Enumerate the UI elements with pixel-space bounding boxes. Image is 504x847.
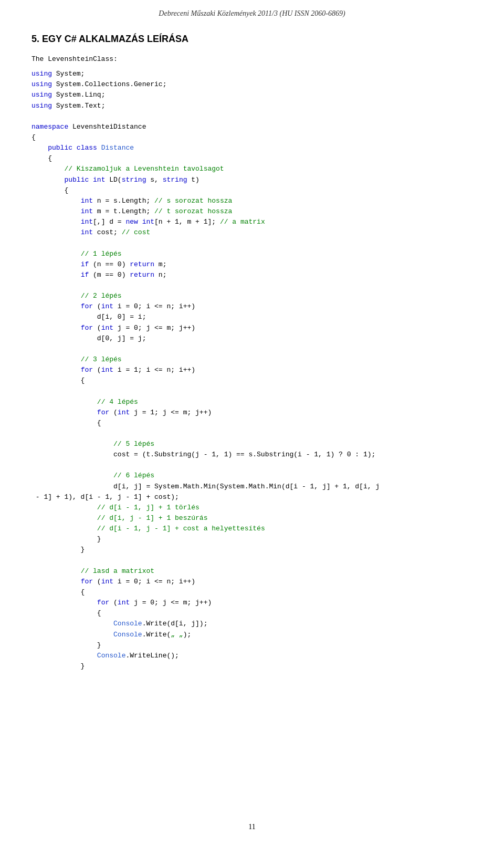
page-header: Debreceni Műszaki Közlemények 2011/3 (HU… [0,0,504,23]
intro-line: The LevenshteinClass: [32,54,472,65]
section-title: 5. EGY C# ALKALMAZÁS LEÍRÁSA [32,34,472,45]
code-block: using System; using System.Collections.G… [32,69,472,672]
page-number: 11 [0,823,504,831]
